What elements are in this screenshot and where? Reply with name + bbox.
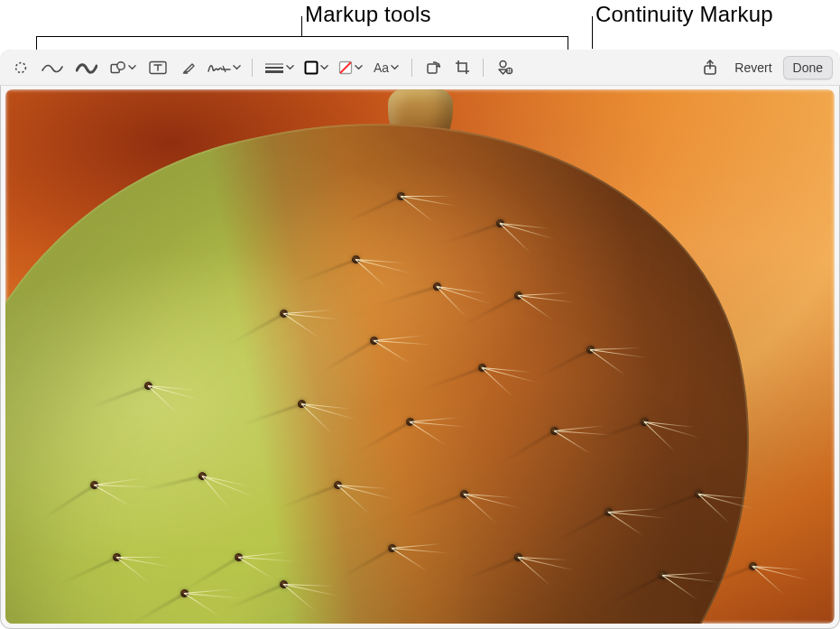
svg-point-2 [116, 61, 124, 69]
chevron-down-icon [391, 63, 399, 71]
svg-point-0 [16, 62, 26, 72]
shapes-icon [110, 60, 126, 75]
toolbar-separator [411, 59, 412, 77]
fill-color-button[interactable] [334, 56, 366, 79]
markup-window: Aa [0, 50, 840, 629]
continuity-markup-icon [496, 60, 513, 75]
done-label: Done [793, 60, 823, 75]
border-color-button[interactable] [300, 56, 332, 79]
svg-rect-10 [428, 64, 437, 73]
fill-color-icon [338, 60, 353, 75]
share-icon [703, 60, 717, 76]
crop-button[interactable] [448, 56, 475, 79]
shapes-tool-button[interactable] [105, 56, 141, 79]
chevron-down-icon [286, 63, 294, 71]
svg-rect-7 [305, 61, 317, 73]
line-weight-icon [264, 62, 284, 73]
share-button[interactable] [697, 56, 724, 79]
highlight-tool-button[interactable] [175, 56, 202, 79]
shape-style-button[interactable] [260, 56, 298, 79]
revert-label: Revert [734, 60, 771, 75]
sketch-icon [42, 61, 63, 74]
svg-point-13 [508, 70, 510, 72]
label-markup-tools: Markup tools [305, 2, 431, 27]
sketch-tool-button[interactable] [36, 56, 69, 79]
chevron-down-icon [320, 63, 328, 71]
svg-point-11 [500, 61, 506, 68]
text-box-icon [149, 60, 167, 75]
image-canvas[interactable] [5, 89, 835, 624]
markup-toolbar: Aa [0, 50, 840, 86]
text-style-button[interactable]: Aa [368, 56, 404, 79]
chevron-down-icon [355, 63, 363, 71]
rotate-icon [426, 60, 441, 75]
crop-icon [455, 60, 470, 75]
text-tool-button[interactable] [143, 56, 173, 79]
draw-tool-button[interactable] [70, 56, 103, 79]
toolbar-separator [483, 59, 484, 77]
toolbar-separator [252, 59, 253, 77]
chevron-down-icon [233, 63, 241, 71]
signature-icon [208, 61, 231, 74]
done-button[interactable]: Done [783, 56, 833, 79]
chevron-down-icon [128, 63, 136, 71]
draw-icon [76, 61, 97, 74]
revert-button[interactable]: Revert [725, 56, 780, 79]
highlighter-icon [181, 60, 196, 75]
continuity-markup-button[interactable] [491, 56, 518, 79]
text-style-label: Aa [374, 60, 389, 75]
sign-tool-button[interactable] [204, 56, 245, 79]
selection-icon [14, 60, 28, 75]
selection-tool-button[interactable] [7, 56, 34, 79]
label-continuity-markup: Continuity Markup [595, 2, 773, 27]
rotate-button[interactable] [420, 56, 447, 79]
annotation-layer: Markup tools Continuity Markup [0, 0, 840, 54]
border-color-icon [304, 60, 318, 75]
